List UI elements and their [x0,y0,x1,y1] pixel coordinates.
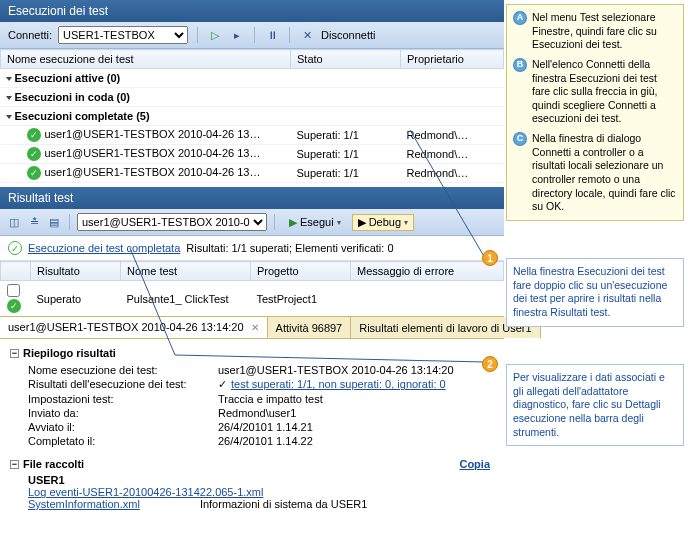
k-sentby: Inviato da: [28,407,218,419]
collapse-icon[interactable]: − [10,460,19,469]
delete-icon[interactable]: ✕ [299,27,315,43]
columns-icon[interactable]: ▤ [46,214,62,230]
test-runs-titlebar: Esecuzioni dei test [0,0,504,22]
pass-icon: ✓ [7,299,21,313]
group-queued[interactable]: Esecuzioni in coda (0) [15,91,131,103]
play-sub-icon[interactable]: ▸ [229,27,245,43]
results-titlebar: Risultati test [0,187,504,209]
check-icon: ✓ [218,378,227,391]
badge-1: 1 [482,250,498,266]
side-note-1: Nella finestra Esecuzioni dei test fare … [506,258,684,327]
group-active[interactable]: Esecuzioni attive (0) [15,72,121,84]
badge-2: 2 [482,356,498,372]
callout-b: Nell'elenco Connetti della finestra Esec… [532,58,677,126]
results-grid: Risultato Nome test Progetto Messaggio d… [0,261,504,316]
v-completed: 26/4/20101 1.14.22 [218,435,313,447]
v-started: 26/4/20101 1.14.21 [218,421,313,433]
summary-header: Riepilogo risultati [23,347,116,359]
summary-panel: −Riepilogo risultati Nome esecuzione dei… [0,339,504,518]
callout-c: Nella finestra di dialogo Connetti a con… [532,132,677,214]
col-error[interactable]: Messaggio di errore [351,262,504,281]
table-row[interactable]: ✓user1@USER1-TESTBOX 2010-04-26 13… Supe… [1,164,504,183]
callout-box: ANel menu Test selezionare Finestre, qui… [506,4,684,221]
row-checkbox[interactable] [7,284,20,297]
table-row[interactable]: ✓user1@USER1-TESTBOX 2010-04-26 13… Supe… [1,126,504,145]
file-link-2[interactable]: SystemInformation.xml [28,498,140,510]
test-runs-grid: Nome esecuzione dei test Stato Proprieta… [0,49,504,183]
pass-icon: ✓ [27,147,41,161]
group-icon[interactable]: ◫ [6,214,22,230]
file-link-1[interactable]: Log eventi-USER1-20100426-131422.065-1.x… [28,486,263,498]
v-runname: user1@USER1-TESTBOX 2010-04-26 13:14:20 [218,364,454,376]
sysinfo-label: Informazioni di sistema da USER1 [200,498,368,510]
badge-b: B [513,58,527,72]
results-link[interactable]: test superati: 1/1, non superati: 0, ign… [231,378,446,391]
k-started: Avviato il: [28,421,218,433]
k-results: Risultati dell'esecuzione dei test: [28,378,218,391]
col-testname[interactable]: Nome test [121,262,251,281]
col-result[interactable]: Risultato [31,262,121,281]
status-link[interactable]: Esecuzione dei test completata [28,242,180,254]
k-runname: Nome esecuzione dei test: [28,364,218,376]
badge-a: A [513,11,527,25]
col-state[interactable]: Stato [291,50,401,69]
badge-c: C [513,132,527,146]
callout-a: Nel menu Test selezionare Finestre, quin… [532,11,677,52]
tab-run[interactable]: user1@USER1-TESTBOX 2010-04-26 13:14:20✕ [0,317,268,338]
table-row[interactable]: ✓user1@USER1-TESTBOX 2010-04-26 13… Supe… [1,145,504,164]
tab-bar: user1@USER1-TESTBOX 2010-04-26 13:14:20✕… [0,316,504,339]
col-project[interactable]: Progetto [251,262,351,281]
k-completed: Completato il: [28,435,218,447]
connect-toolbar: Connetti: USER1-TESTBOX ▷ ▸ ⏸ ✕ Disconne… [0,22,504,49]
connect-select[interactable]: USER1-TESTBOX [58,26,188,44]
execute-button[interactable]: ▶Esegui▾ [282,214,348,231]
results-toolbar: ◫ ≛ ▤ user1@USER1-TESTBOX 2010-04- ▶Eseg… [0,209,504,236]
status-rest: Risultati: 1/1 superati; Elementi verifi… [186,242,393,254]
group-completed[interactable]: Esecuzioni completate (5) [15,110,150,122]
col-name[interactable]: Nome esecuzione dei test [1,50,291,69]
connect-label: Connetti: [8,29,52,41]
result-row[interactable]: ✓ Superato Pulsante1_ ClickTest TestProj… [1,281,504,317]
debug-button[interactable]: ▶Debug▾ [352,214,414,231]
tab-activity[interactable]: Attività 96897 [268,317,352,338]
collapse-icon[interactable]: − [10,349,19,358]
close-icon[interactable]: ✕ [251,322,259,333]
copy-link[interactable]: Copia [459,458,490,470]
k-settings: Impostazioni test: [28,393,218,405]
pass-icon: ✓ [27,128,41,142]
run-select[interactable]: user1@USER1-TESTBOX 2010-04- [77,213,267,231]
play-icon[interactable]: ▷ [207,27,223,43]
col-owner[interactable]: Proprietario [401,50,504,69]
check-icon: ✓ [8,241,22,255]
v-sentby: Redmond\user1 [218,407,296,419]
disconnect-button[interactable]: Disconnetti [321,29,375,41]
filter-icon[interactable]: ≛ [26,214,42,230]
files-header: File raccolti [23,458,84,470]
status-line: ✓ Esecuzione dei test completata Risulta… [0,236,504,261]
v-settings: Traccia e impatto test [218,393,323,405]
pause-icon[interactable]: ⏸ [264,27,280,43]
side-note-2: Per visualizzare i dati associati e gli … [506,364,684,446]
pass-icon: ✓ [27,166,41,180]
files-user: USER1 [10,474,494,486]
